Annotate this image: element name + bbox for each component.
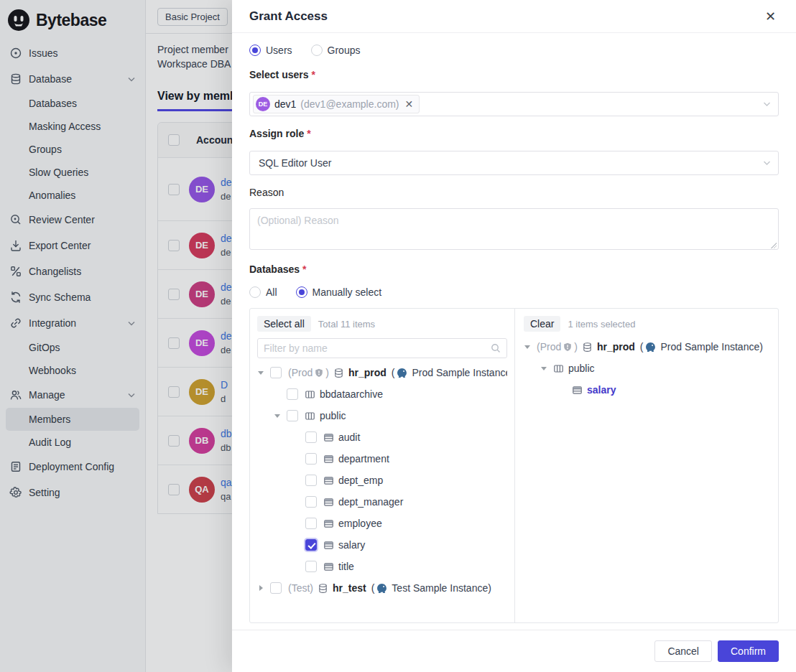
schema-icon [305, 389, 315, 400]
radio-dot [249, 286, 261, 298]
checkbox[interactable] [287, 410, 298, 421]
tree-row-table-salary[interactable]: salary [524, 379, 769, 401]
checkbox[interactable] [305, 496, 317, 508]
modal-body: Users Groups Select users* DE dev1 (dev1… [232, 33, 796, 630]
tree-row-table[interactable]: title [257, 556, 507, 577]
table-icon [323, 540, 334, 551]
user-name: dev1 [274, 98, 296, 110]
tree-row-table[interactable]: dept_emp [257, 470, 507, 491]
tree-row-hr-prod[interactable]: (Prod) hr_prod ( Prod Sample Instance) [524, 336, 769, 358]
database-tree-picker: Select all Total 11 items (Prod) [249, 308, 779, 623]
postgres-icon [376, 583, 387, 594]
select-users-label: Select users* [249, 69, 779, 83]
cancel-button[interactable]: Cancel [654, 640, 712, 662]
checkbox[interactable] [270, 582, 282, 594]
table-icon [323, 454, 334, 465]
avatar: DE [256, 97, 270, 111]
modal-footer: Cancel Confirm [232, 630, 796, 672]
reason-label: Reason [249, 187, 779, 201]
page: Bytebase Issues Database Databases Maski… [0, 0, 796, 672]
chevron-down-icon [763, 101, 771, 107]
radio-dot [311, 45, 323, 56]
checkbox[interactable] [305, 518, 317, 529]
databases-label: Databases* [249, 263, 779, 278]
table-icon [323, 497, 334, 508]
checkbox[interactable] [305, 561, 317, 572]
radio-all[interactable]: All [249, 286, 277, 298]
reason-field-wrap [249, 201, 779, 252]
tree-row-table[interactable]: audit [257, 426, 507, 448]
required-asterisk: * [312, 69, 315, 83]
shield-icon [563, 342, 572, 352]
grant-access-modal: Grant Access ✕ Users Groups Select users… [232, 0, 796, 672]
tree-row-table-salary[interactable]: salary [257, 534, 507, 556]
table-icon [572, 385, 583, 396]
required-asterisk: * [307, 128, 310, 142]
radio-dot [249, 45, 261, 56]
reason-textarea[interactable] [249, 208, 779, 250]
close-icon[interactable]: ✕ [762, 7, 779, 26]
table-icon [323, 432, 334, 443]
modal-title: Grant Access [249, 9, 328, 24]
table-icon [323, 518, 334, 529]
caret-down-icon[interactable] [540, 367, 547, 370]
select-all-button[interactable]: Select all [257, 316, 311, 332]
checkbox[interactable] [287, 388, 298, 400]
checkbox[interactable] [270, 367, 282, 378]
filter-input-wrap [257, 338, 507, 358]
filter-input[interactable] [264, 342, 491, 354]
remove-user-icon[interactable]: ✕ [404, 98, 414, 110]
caret-right-icon[interactable] [257, 585, 264, 591]
checkbox[interactable] [305, 453, 317, 465]
postgres-icon [645, 342, 656, 353]
member-type-radios: Users Groups [249, 43, 779, 57]
select-users-input[interactable]: DE dev1 (dev1@example.com) ✕ [249, 92, 779, 116]
selected-count-label: 1 items selected [568, 319, 635, 330]
checkbox[interactable] [305, 475, 317, 486]
database-icon [582, 342, 593, 353]
table-icon [323, 561, 334, 572]
assign-role-select[interactable]: SQL Editor User [249, 151, 779, 175]
picker-selected-panel: Clear 1 items selected (Prod) hr_prod ( … [515, 309, 778, 622]
schema-icon [305, 411, 315, 421]
table-icon [323, 475, 334, 486]
caret-down-icon[interactable] [274, 414, 281, 418]
database-tree: (Prod) hr_prod ( Prod Sample Instance [257, 362, 507, 599]
total-items-label: Total 11 items [318, 319, 375, 330]
clear-button[interactable]: Clear [524, 316, 560, 332]
radio-manually-select[interactable]: Manually select [296, 286, 382, 298]
modal-header: Grant Access ✕ [232, 0, 796, 33]
role-value: SQL Editor User [253, 157, 331, 169]
radio-dot [296, 286, 307, 298]
radio-groups[interactable]: Groups [311, 45, 361, 56]
caret-down-icon[interactable] [257, 371, 264, 375]
user-email: (dev1@example.com) [300, 98, 399, 110]
database-scope-radios: All Manually select [249, 285, 779, 299]
checkbox-checked[interactable] [305, 539, 317, 551]
assign-role-label: Assign role* [249, 128, 779, 142]
database-icon [333, 368, 344, 378]
database-icon [318, 583, 328, 594]
chevron-down-icon [763, 160, 771, 166]
radio-users[interactable]: Users [249, 45, 292, 56]
tree-row-table[interactable]: employee [257, 513, 507, 534]
selected-user-tag: DE dev1 (dev1@example.com) ✕ [253, 95, 420, 113]
selected-tree: (Prod) hr_prod ( Prod Sample Instance) p… [524, 336, 769, 401]
tree-row-schema-public[interactable]: public [257, 405, 507, 426]
confirm-button[interactable]: Confirm [718, 640, 779, 662]
picker-source-panel: Select all Total 11 items (Prod) [250, 309, 515, 622]
tree-row-table[interactable]: department [257, 448, 507, 470]
search-icon [491, 343, 501, 353]
checkbox[interactable] [305, 431, 317, 443]
tree-row-hr-prod[interactable]: (Prod) hr_prod ( Prod Sample Instance [257, 362, 507, 383]
tree-row-hr-test[interactable]: (Test) hr_test ( Test Sample Instance) [257, 577, 507, 599]
caret-down-icon[interactable] [524, 345, 531, 349]
shield-icon [315, 368, 323, 378]
postgres-icon [397, 368, 407, 378]
required-asterisk: * [302, 263, 306, 278]
schema-icon [553, 363, 564, 374]
tree-row-schema-public[interactable]: public [524, 358, 769, 379]
tree-row-table[interactable]: dept_manager [257, 491, 507, 513]
tree-row-schema[interactable]: bbdataarchive [257, 383, 507, 405]
